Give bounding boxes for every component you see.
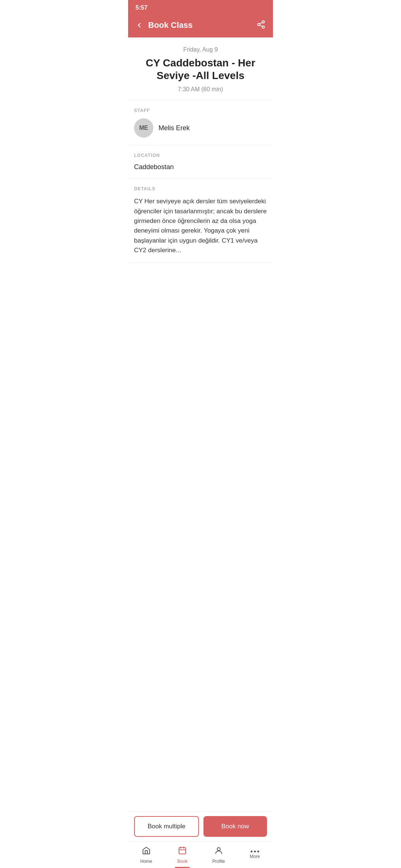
svg-line-4 [260,23,263,24]
details-section: DETAILS CY Her seviyeye açık dersler tüm… [128,179,273,263]
share-icon [257,20,265,29]
share-button[interactable] [255,19,267,32]
details-label: DETAILS [134,186,267,191]
staff-name: Melis Erek [159,124,190,132]
class-date: Friday, Aug 9 [134,46,267,53]
details-text: CY Her seviyeye açık dersler tüm seviyel… [134,197,267,255]
class-info: Friday, Aug 9 CY Caddebostan - Her Seviy… [128,37,273,101]
svg-line-3 [260,25,263,27]
header-title: Book Class [148,20,193,30]
back-icon [136,22,143,29]
content: Friday, Aug 9 CY Caddebostan - Her Seviy… [128,37,273,296]
location-label: LOCATION [134,153,267,158]
staff-avatar: ME [134,118,153,138]
staff-section: STAFF ME Melis Erek [128,101,273,145]
status-time: 5:57 [136,4,147,11]
location-section: LOCATION Caddebostan [128,145,273,179]
location-name: Caddebostan [134,163,267,171]
header: Book Class [128,14,273,37]
class-time: 7:30 AM (60 min) [134,86,267,93]
status-bar: 5:57 [128,0,273,14]
class-name: CY Caddebostan - Her Seviye -All Levels [134,57,267,82]
header-left: Book Class [134,20,193,30]
back-button[interactable] [134,20,144,30]
staff-label: STAFF [134,108,267,113]
staff-row: ME Melis Erek [134,118,267,138]
